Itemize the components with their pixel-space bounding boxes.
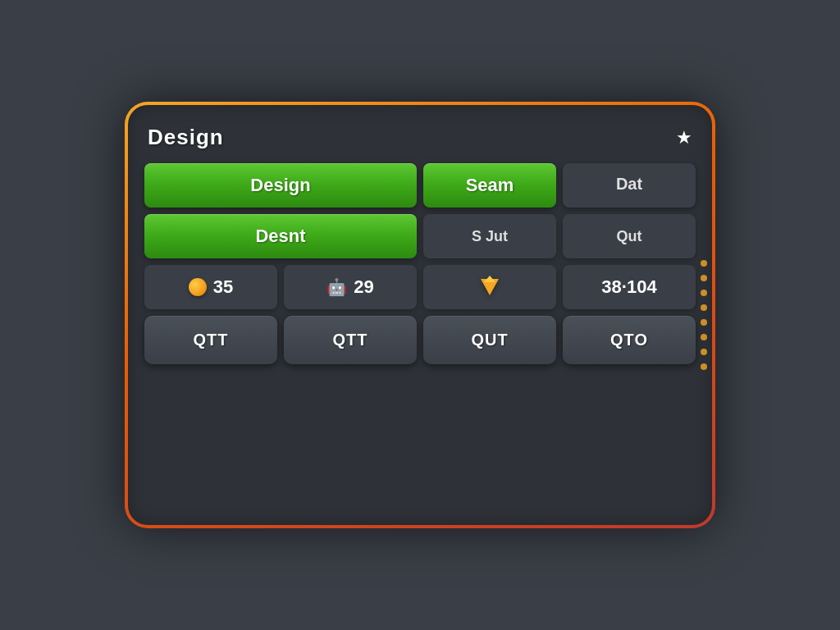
stat-cell-3 (423, 265, 556, 309)
stat-cell-1: 35 (144, 265, 277, 309)
dot-7 (701, 349, 707, 355)
side-dots (701, 260, 714, 370)
stats-row: 35 🤖 29 38·104 (144, 265, 696, 309)
stat-num-1: 35 (213, 276, 233, 298)
seam-button[interactable]: Seam (423, 163, 556, 208)
design-button[interactable]: Design (144, 163, 417, 208)
dat-cell: Dat (563, 163, 696, 208)
row2-grid: Desnt S Jut Qut (144, 214, 696, 258)
stat-num-2: 29 (354, 276, 373, 298)
stat-cell-4: 38·104 (563, 265, 696, 309)
robot-icon: 🤖 (326, 277, 347, 297)
dot-8 (701, 363, 707, 370)
qtt-button-2[interactable]: QTT (284, 316, 417, 364)
star-icon[interactable]: ★ (676, 127, 692, 148)
row1-grid: Design Seam Dat (144, 163, 696, 208)
bottom-row: QTT QTT QUT QTO (144, 316, 696, 364)
dot-4 (701, 304, 707, 311)
orange-circle-icon (189, 278, 207, 296)
qut-button[interactable]: QUT (423, 316, 556, 364)
dot-1 (701, 260, 707, 267)
dot-2 (701, 275, 707, 281)
sjut-cell: S Jut (423, 214, 556, 258)
stat-num-4: 38·104 (601, 276, 656, 298)
panel-title: Design (148, 125, 224, 150)
qut-cell: Qut (563, 214, 696, 258)
qto-button[interactable]: QTO (563, 316, 696, 364)
stat-cell-2: 🤖 29 (284, 265, 417, 309)
dot-6 (701, 334, 707, 340)
desnt-button[interactable]: Desnt (144, 214, 417, 258)
dot-3 (701, 290, 707, 296)
qtt-button-1[interactable]: QTT (144, 316, 277, 364)
gem-icon (481, 279, 499, 295)
dot-5 (701, 319, 707, 326)
title-row: Design ★ (144, 125, 696, 150)
main-panel: Design ★ Design Seam Dat Desnt S Jut Qut… (125, 102, 715, 528)
